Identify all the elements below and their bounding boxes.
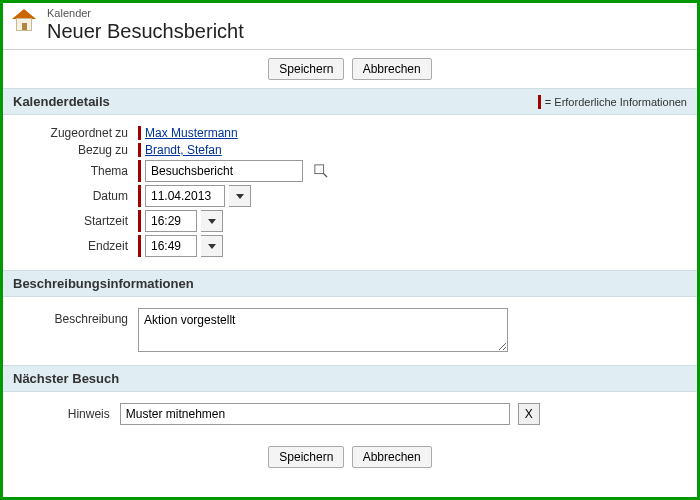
start-time-dropdown-button[interactable]	[201, 210, 223, 232]
required-legend: = Erforderliche Informationen	[538, 95, 687, 109]
start-time-input[interactable]	[145, 210, 197, 232]
lookup-button[interactable]	[310, 160, 332, 182]
label-assigned-to: Zugeordnet zu	[13, 126, 138, 140]
label-related-to: Bezug zu	[13, 143, 138, 157]
subject-input[interactable]	[145, 160, 303, 182]
section-header-next-visit: Nächster Besuch	[3, 365, 697, 392]
bottom-button-row: Speichern Abbrechen	[3, 438, 697, 476]
page-title: Neuer Besuchsbericht	[47, 20, 689, 43]
top-button-row: Speichern Abbrechen	[3, 50, 697, 88]
section-title-next-visit: Nächster Besuch	[13, 371, 119, 386]
required-bar-icon	[138, 185, 141, 207]
save-button[interactable]: Speichern	[268, 58, 344, 80]
module-icon	[11, 7, 39, 33]
label-description: Beschreibung	[13, 308, 138, 326]
cancel-button[interactable]: Abbrechen	[352, 58, 432, 80]
breadcrumb: Kalender	[47, 7, 689, 19]
section-title-description: Beschreibungsinformationen	[13, 276, 194, 291]
section-header-description: Beschreibungsinformationen	[3, 270, 697, 297]
hint-input[interactable]	[120, 403, 510, 425]
svg-rect-0	[315, 165, 324, 174]
required-bar-icon	[138, 160, 141, 182]
related-to-link[interactable]: Brandt, Stefan	[145, 143, 222, 157]
end-time-dropdown-button[interactable]	[201, 235, 223, 257]
date-dropdown-button[interactable]	[229, 185, 251, 207]
label-start-time: Startzeit	[13, 214, 138, 228]
save-button-bottom[interactable]: Speichern	[268, 446, 344, 468]
lookup-icon	[314, 164, 328, 178]
required-bar-icon	[138, 126, 141, 140]
cancel-button-bottom[interactable]: Abbrechen	[352, 446, 432, 468]
remove-hint-button[interactable]: X	[518, 403, 540, 425]
assigned-to-link[interactable]: Max Mustermann	[145, 126, 238, 140]
required-mark-icon	[538, 95, 541, 109]
label-hint: Hinweis	[13, 407, 120, 421]
app-window: Kalender Neuer Besuchsbericht Speichern …	[0, 0, 700, 500]
details-body: Zugeordnet zu Max Mustermann Bezug zu Br…	[3, 115, 697, 270]
required-bar-icon	[138, 210, 141, 232]
end-time-input[interactable]	[145, 235, 197, 257]
house-icon	[11, 9, 37, 33]
required-legend-text: = Erforderliche Informationen	[545, 96, 687, 108]
description-textarea[interactable]	[138, 308, 508, 352]
section-title-details: Kalenderdetails	[13, 94, 110, 109]
label-end-time: Endzeit	[13, 239, 138, 253]
next-visit-body: Hinweis X	[3, 392, 697, 438]
required-bar-icon	[138, 235, 141, 257]
section-header-details: Kalenderdetails = Erforderliche Informat…	[3, 88, 697, 115]
chevron-down-icon	[208, 244, 216, 249]
required-bar-icon	[138, 143, 141, 157]
description-body: Beschreibung	[3, 297, 697, 365]
page-header: Kalender Neuer Besuchsbericht	[3, 3, 697, 50]
chevron-down-icon	[208, 219, 216, 224]
date-input[interactable]	[145, 185, 225, 207]
label-subject: Thema	[13, 164, 138, 178]
label-date: Datum	[13, 189, 138, 203]
chevron-down-icon	[236, 194, 244, 199]
